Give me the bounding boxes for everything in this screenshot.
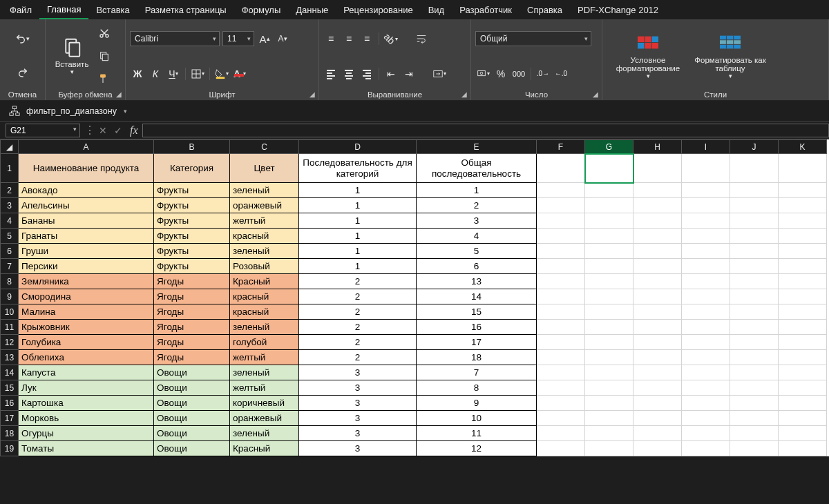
row-header-12[interactable]: 12	[1, 335, 19, 350]
borders-button[interactable]: ▾	[190, 66, 205, 81]
cell-8-C[interactable]: Красный	[230, 274, 299, 289]
cell-18-F[interactable]	[537, 426, 585, 441]
cell-10-C[interactable]: красный	[230, 304, 299, 320]
cell-7-A[interactable]: Персики	[19, 259, 154, 274]
cell-15-D[interactable]: 3	[299, 380, 417, 396]
undo-button[interactable]: ▾	[15, 31, 30, 46]
cell-15-B[interactable]: Овощи	[154, 380, 230, 396]
cell-19-H[interactable]	[633, 441, 682, 456]
cell-6-H[interactable]	[633, 244, 682, 259]
cell-4-I[interactable]	[682, 213, 730, 229]
cell-19-C[interactable]: Красный	[230, 441, 299, 456]
cell-13-A[interactable]: Облепиха	[19, 350, 154, 365]
cell-2-E[interactable]: 1	[417, 183, 537, 198]
cell-10-F[interactable]	[537, 304, 585, 320]
cell-14-J[interactable]	[730, 365, 779, 380]
cell-5-A[interactable]: Гранаты	[19, 229, 154, 244]
cell-17-G[interactable]	[585, 411, 633, 426]
cell-12-B[interactable]: Ягоды	[154, 335, 230, 350]
cell-2-G[interactable]	[585, 183, 633, 198]
cell-7-C[interactable]: Розовый	[230, 259, 299, 274]
cell-12-E[interactable]: 17	[417, 335, 537, 350]
row-header-1[interactable]: 1	[1, 154, 19, 183]
font-dialog-launcher[interactable]: ◢	[307, 89, 317, 99]
cell-2-B[interactable]: Фрукты	[154, 183, 230, 198]
menu-item-4[interactable]: Формулы	[234, 0, 289, 19]
cell-19-F[interactable]	[537, 441, 585, 456]
cell-1-H[interactable]	[633, 154, 682, 183]
row-header-13[interactable]: 13	[1, 350, 19, 365]
cell-4-J[interactable]	[730, 213, 779, 229]
cell-5-G[interactable]	[585, 229, 633, 244]
cell-18-I[interactable]	[682, 426, 730, 441]
cell-19-A[interactable]: Томаты	[19, 441, 154, 456]
cell-9-D[interactable]: 2	[299, 289, 417, 304]
fx-icon[interactable]: fx	[126, 124, 142, 137]
cell-11-J[interactable]	[730, 320, 779, 335]
cell-13-K[interactable]	[779, 350, 827, 365]
cell-5-D[interactable]: 1	[299, 229, 417, 244]
cell-14-C[interactable]: зеленый	[230, 365, 299, 380]
valign-top-button[interactable]: ≡	[323, 31, 339, 46]
cell-1-I[interactable]	[682, 154, 730, 183]
cell-1-C[interactable]: Цвет	[230, 154, 299, 183]
menu-item-5[interactable]: Данные	[288, 0, 336, 19]
cell-19-G[interactable]	[585, 441, 633, 456]
cell-6-D[interactable]: 1	[299, 244, 417, 259]
cell-6-B[interactable]: Фрукты	[154, 244, 230, 259]
menu-item-1[interactable]: Главная	[39, 0, 88, 19]
font-color-button[interactable]: A▾	[232, 66, 247, 81]
menu-item-10[interactable]: PDF-XChange 2012	[570, 0, 666, 19]
bold-button[interactable]: Ж	[130, 66, 145, 81]
accounting-format-button[interactable]: ▾	[475, 66, 490, 81]
halign-right-button[interactable]	[359, 66, 374, 81]
cell-17-C[interactable]: оранжевый	[230, 411, 299, 426]
font-name-combo[interactable]: Calibri	[130, 31, 220, 46]
menu-item-6[interactable]: Рецензирование	[336, 0, 420, 19]
row-header-5[interactable]: 5	[1, 229, 19, 244]
cell-8-H[interactable]	[633, 274, 682, 289]
cell-13-F[interactable]	[537, 350, 585, 365]
cell-12-F[interactable]	[537, 335, 585, 350]
cell-13-G[interactable]	[585, 350, 633, 365]
cell-4-H[interactable]	[633, 213, 682, 229]
menu-item-7[interactable]: Вид	[421, 0, 452, 19]
cell-19-E[interactable]: 12	[417, 441, 537, 456]
row-header-2[interactable]: 2	[1, 183, 19, 198]
decrease-decimal-button[interactable]: ←.0	[553, 66, 569, 81]
cell-11-G[interactable]	[585, 320, 633, 335]
menu-item-8[interactable]: Разработчик	[452, 0, 520, 19]
cell-2-K[interactable]	[779, 183, 827, 198]
cell-3-H[interactable]	[633, 198, 682, 213]
cell-13-D[interactable]: 2	[299, 350, 417, 365]
cell-1-K[interactable]	[779, 154, 827, 183]
row-header-3[interactable]: 3	[1, 198, 19, 213]
format-as-table-button[interactable]: Форматировать как таблицу▾	[692, 22, 768, 89]
indent-decrease-button[interactable]: ⇤	[383, 66, 399, 81]
cell-6-C[interactable]: зеленый	[230, 244, 299, 259]
cell-4-E[interactable]: 3	[417, 213, 537, 229]
cell-8-A[interactable]: Земляника	[19, 274, 154, 289]
named-range-label[interactable]: фильтр_по_диапазону	[26, 106, 117, 116]
cell-9-H[interactable]	[633, 289, 682, 304]
cell-17-H[interactable]	[633, 411, 682, 426]
cell-8-I[interactable]	[682, 274, 730, 289]
cell-18-E[interactable]: 11	[417, 426, 537, 441]
cell-7-D[interactable]: 1	[299, 259, 417, 274]
cell-2-I[interactable]	[682, 183, 730, 198]
comma-format-button[interactable]: 000	[511, 66, 526, 81]
cell-11-C[interactable]: зеленый	[230, 320, 299, 335]
cell-5-B[interactable]: Фрукты	[154, 229, 230, 244]
cell-12-A[interactable]: Голубика	[19, 335, 154, 350]
cell-16-I[interactable]	[682, 396, 730, 411]
cell-3-K[interactable]	[779, 198, 827, 213]
cell-18-A[interactable]: Огурцы	[19, 426, 154, 441]
cell-10-D[interactable]: 2	[299, 304, 417, 320]
row-header-16[interactable]: 16	[1, 396, 19, 411]
cell-10-I[interactable]	[682, 304, 730, 320]
menu-item-0[interactable]: Файл	[0, 0, 39, 19]
cell-7-K[interactable]	[779, 259, 827, 274]
cell-4-A[interactable]: Бананы	[19, 213, 154, 229]
row-header-7[interactable]: 7	[1, 259, 19, 274]
cell-18-K[interactable]	[779, 426, 827, 441]
